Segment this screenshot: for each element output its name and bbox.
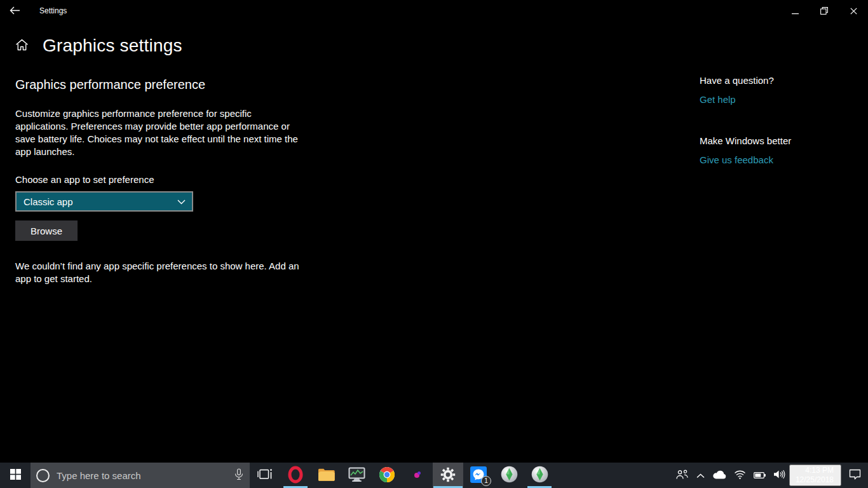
chrome-icon bbox=[379, 466, 395, 485]
file-explorer-icon bbox=[318, 468, 335, 484]
feedback-title: Make Windows better bbox=[700, 135, 852, 146]
windows-logo-icon bbox=[10, 469, 21, 482]
back-button[interactable] bbox=[0, 0, 29, 23]
volume-button[interactable] bbox=[770, 463, 789, 488]
page-header: Graphics settings bbox=[15, 36, 182, 56]
taskbar-app-settings[interactable] bbox=[433, 463, 463, 488]
page-title: Graphics settings bbox=[43, 36, 182, 56]
onedrive-button[interactable] bbox=[709, 463, 730, 488]
section-description: Customize graphics performance preferenc… bbox=[15, 107, 302, 158]
main-content: Graphics performance preference Customiz… bbox=[15, 78, 302, 285]
settings-gear-icon bbox=[440, 467, 456, 484]
taskbar-app-sims-2[interactable] bbox=[524, 463, 555, 488]
sims-plumbob-icon bbox=[531, 466, 548, 485]
back-arrow-icon bbox=[10, 6, 20, 17]
start-button[interactable] bbox=[0, 463, 31, 488]
performance-monitor-icon bbox=[348, 467, 365, 484]
app-type-dropdown[interactable]: Classic app bbox=[15, 191, 193, 212]
taskbar-app-file-explorer[interactable] bbox=[311, 463, 341, 488]
window-title: Settings bbox=[39, 6, 67, 15]
choose-app-label: Choose an app to set preference bbox=[15, 174, 302, 185]
empty-state-message: We couldn’t find any app specific prefer… bbox=[15, 260, 302, 285]
taskbar-app-chrome[interactable] bbox=[372, 463, 402, 488]
task-view-button[interactable] bbox=[250, 463, 280, 488]
close-button[interactable] bbox=[839, 0, 868, 23]
app-type-dropdown-value: Classic app bbox=[24, 196, 177, 207]
small-pink-app-icon bbox=[414, 471, 421, 480]
battery-icon bbox=[754, 471, 766, 480]
tray-date: 12/25/2018 bbox=[796, 475, 834, 485]
taskbar-app-messenger[interactable]: 1 bbox=[463, 463, 494, 488]
chevron-up-icon bbox=[696, 471, 705, 480]
system-tray: 4:13 PM 12/25/2018 bbox=[672, 463, 868, 488]
wifi-button[interactable] bbox=[730, 463, 750, 488]
battery-button[interactable] bbox=[750, 463, 770, 488]
search-input[interactable] bbox=[57, 470, 234, 481]
restore-icon bbox=[820, 7, 828, 17]
taskbar: 1 bbox=[0, 463, 868, 488]
taskbar-app-opera[interactable] bbox=[280, 463, 311, 488]
taskbar-app-small-pink[interactable] bbox=[402, 463, 433, 488]
close-icon bbox=[850, 7, 857, 17]
browse-button[interactable]: Browse bbox=[15, 220, 78, 241]
tray-clock[interactable]: 4:13 PM 12/25/2018 bbox=[789, 464, 841, 486]
minimize-icon bbox=[792, 7, 799, 17]
opera-icon bbox=[287, 466, 304, 485]
tray-time: 4:13 PM bbox=[805, 466, 834, 475]
question-title: Have a question? bbox=[700, 75, 852, 86]
give-feedback-link[interactable]: Give us feedback bbox=[700, 154, 773, 165]
get-help-link[interactable]: Get help bbox=[700, 94, 736, 105]
help-panel: Have a question? Get help Make Windows b… bbox=[700, 75, 852, 165]
minimize-button[interactable] bbox=[780, 0, 810, 23]
people-button[interactable] bbox=[672, 463, 693, 488]
onedrive-cloud-icon bbox=[712, 470, 726, 481]
speaker-icon bbox=[773, 470, 785, 481]
taskbar-app-performance-monitor[interactable] bbox=[341, 463, 372, 488]
tray-overflow-button[interactable] bbox=[693, 463, 709, 488]
chevron-down-icon bbox=[177, 196, 186, 207]
taskbar-app-sims[interactable] bbox=[494, 463, 524, 488]
messenger-badge: 1 bbox=[481, 476, 491, 486]
restore-button[interactable] bbox=[810, 0, 839, 23]
section-title: Graphics performance preference bbox=[15, 78, 302, 92]
taskbar-search[interactable] bbox=[31, 463, 250, 488]
titlebar: Settings bbox=[0, 0, 868, 23]
action-center-button[interactable] bbox=[841, 463, 868, 488]
sims-plumbob-icon bbox=[501, 466, 518, 485]
home-icon[interactable] bbox=[15, 39, 29, 53]
people-icon bbox=[675, 470, 689, 482]
settings-window: Settings Graphics settings Graphics perf… bbox=[0, 0, 868, 488]
action-center-icon bbox=[849, 469, 861, 482]
wifi-icon bbox=[734, 470, 746, 481]
window-controls bbox=[780, 0, 868, 23]
task-view-icon bbox=[257, 468, 273, 482]
cortana-icon bbox=[36, 469, 50, 482]
microphone-icon[interactable] bbox=[234, 468, 243, 483]
